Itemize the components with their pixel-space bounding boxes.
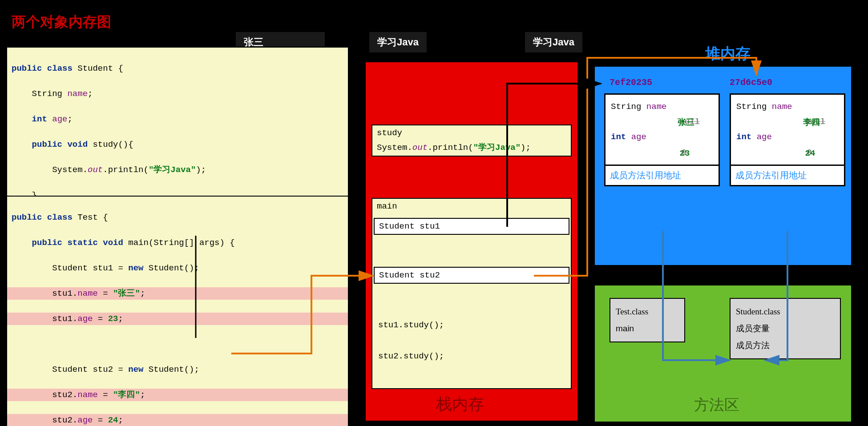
- heap-title: 堆内存: [705, 44, 751, 64]
- classbox-student: Student.class 成员变量 成员方法: [730, 298, 841, 359]
- method-ref-2: 成员方法引用地址: [731, 165, 844, 185]
- stack-frame-study: study System.out.println("学习Java");: [371, 125, 572, 157]
- main-label: main: [377, 201, 566, 211]
- heap-addr-1: 7ef20235: [610, 77, 652, 88]
- diagram-title: 两个对象内存图: [12, 12, 111, 32]
- study-label: study: [377, 128, 566, 138]
- method-area-title: 方法区: [694, 395, 739, 415]
- heap-object-1: String name null张三 int age 023 成员方法引用地址: [604, 93, 720, 186]
- output-box-3: 学习Java: [525, 32, 582, 52]
- stack-var-stu2: Student stu2: [374, 267, 569, 284]
- stack-call-1: stu1.study();: [378, 320, 444, 330]
- study-body: System.out.println("学习Java");: [377, 141, 566, 153]
- code-test-class: public class Test { public static void m…: [6, 196, 349, 426]
- stack-call-2: stu2.study();: [378, 351, 444, 361]
- method-ref-1: 成员方法引用地址: [606, 165, 719, 185]
- heap-object-2: String name null李四 int age 024 成员方法引用地址: [730, 93, 845, 186]
- stack-var-stu1: Student stu1: [374, 218, 569, 235]
- heap-addr-2: 27d6c5e0: [730, 77, 772, 88]
- stack-title: 栈内存: [436, 394, 484, 415]
- classbox-test: Test.class main: [610, 298, 685, 342]
- output-box-2: 学习Java: [369, 32, 427, 52]
